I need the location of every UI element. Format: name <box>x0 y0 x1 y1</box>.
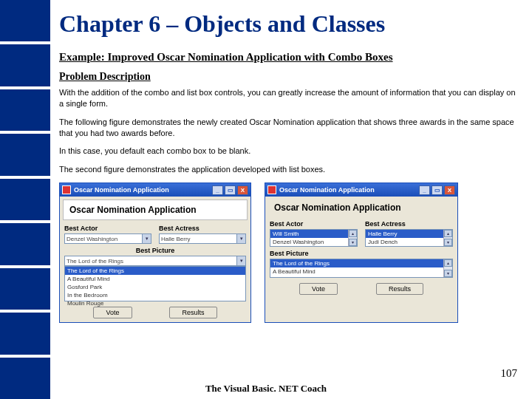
best-actor-combo[interactable]: Denzel Washington ▾ <box>64 233 151 244</box>
results-button[interactable]: Results <box>376 283 423 295</box>
chevron-down-icon: ▾ <box>142 234 151 243</box>
best-picture-dropdown-list[interactable]: The Lord of the Rings A Beautiful Mind G… <box>64 266 246 301</box>
scroll-down-icon[interactable]: ▾ <box>444 239 452 246</box>
figure-combo-window: Oscar Nomination Application _ ▭ X Oscar… <box>59 183 251 323</box>
best-picture-listbox[interactable]: The Lord of the Rings A Beautiful Mind ▴… <box>270 259 453 278</box>
list-item[interactable]: In the Bedroom <box>65 291 245 299</box>
combo-value: The Lord of the Rings <box>66 258 123 265</box>
best-actor-label: Best Actor <box>270 220 358 228</box>
best-actress-listbox[interactable]: Halle Berry Judi Dench ▴ ▾ <box>365 229 453 247</box>
app-heading: Oscar Nomination Application <box>63 200 248 220</box>
app-heading: Oscar Nomination Application <box>268 198 454 217</box>
list-item[interactable]: Gosford Park <box>65 283 245 291</box>
scroll-up-icon[interactable]: ▴ <box>444 230 452 237</box>
paragraph: The following figure demonstrates the ne… <box>59 117 517 139</box>
list-item[interactable]: A Beautiful Mind <box>270 267 452 276</box>
paragraph: In this case, you default each combo box… <box>59 146 517 157</box>
figure-row: Oscar Nomination Application _ ▭ X Oscar… <box>59 183 517 323</box>
app-icon <box>62 185 71 194</box>
section-heading: Problem Description <box>59 71 517 83</box>
minimize-button[interactable]: _ <box>212 185 223 195</box>
best-actress-combo[interactable]: Halle Berry ▾ <box>159 233 246 244</box>
vote-button[interactable]: Vote <box>299 283 338 295</box>
window-titlebar: Oscar Nomination Application _ ▭ X <box>265 183 457 197</box>
combo-value: Halle Berry <box>161 236 191 242</box>
combo-value: Denzel Washington <box>66 236 117 242</box>
paragraph: The second figure demonstrates the appli… <box>59 164 517 175</box>
list-item[interactable]: The Lord of the Rings <box>270 259 452 267</box>
list-item[interactable]: Judi Dench <box>366 238 452 246</box>
slide-content: Chapter 6 – Objects and Classes Example:… <box>59 10 517 323</box>
paragraph: With the addition of the combo and list … <box>59 87 517 109</box>
chevron-down-icon: ▾ <box>236 256 245 265</box>
app-icon <box>267 185 276 194</box>
list-item[interactable]: Will Smith <box>270 230 357 238</box>
list-item[interactable]: The Lord of the Rings <box>65 267 245 275</box>
window-title: Oscar Nomination Application <box>279 186 419 194</box>
results-button[interactable]: Results <box>169 307 216 318</box>
window-titlebar: Oscar Nomination Application _ ▭ X <box>60 183 250 197</box>
page-number: 107 <box>501 367 518 380</box>
list-item[interactable]: Moulin Rouge <box>65 299 245 307</box>
chapter-title: Chapter 6 – Objects and Classes <box>59 10 517 38</box>
close-button[interactable]: X <box>237 185 248 195</box>
scrollbar[interactable]: ▴ ▾ <box>348 230 357 246</box>
list-item[interactable]: A Beautiful Mind <box>65 275 245 283</box>
chevron-down-icon: ▾ <box>236 234 245 243</box>
best-actress-label: Best Actress <box>365 220 453 228</box>
best-actress-label: Best Actress <box>159 225 246 232</box>
scrollbar[interactable]: ▴ ▾ <box>443 259 452 277</box>
scroll-down-icon[interactable]: ▾ <box>349 239 357 246</box>
best-picture-label: Best Picture <box>270 250 453 257</box>
window-title: Oscar Nomination Application <box>74 186 212 194</box>
vote-button[interactable]: Vote <box>93 307 132 318</box>
list-item[interactable]: Denzel Washington <box>270 238 357 246</box>
best-actor-label: Best Actor <box>64 225 151 232</box>
best-picture-label: Best Picture <box>64 247 246 254</box>
scroll-up-icon[interactable]: ▴ <box>444 259 452 267</box>
slide-sidebar <box>0 0 50 399</box>
scroll-down-icon[interactable]: ▾ <box>444 270 452 277</box>
maximize-button[interactable]: ▭ <box>225 185 236 195</box>
figure-listbox-window: Oscar Nomination Application _ ▭ X Oscar… <box>265 183 458 323</box>
scroll-up-icon[interactable]: ▴ <box>349 230 357 237</box>
list-item[interactable]: Halle Berry <box>366 230 452 238</box>
close-button[interactable]: X <box>444 185 455 195</box>
best-picture-combo[interactable]: The Lord of the Rings ▾ <box>64 256 246 266</box>
minimize-button[interactable]: _ <box>419 185 430 195</box>
example-subtitle: Example: Improved Oscar Nomination Appli… <box>59 51 517 64</box>
best-actor-listbox[interactable]: Will Smith Denzel Washington ▴ ▾ <box>270 229 358 247</box>
footer-text: The Visual Basic. NET Coach <box>0 383 532 395</box>
maximize-button[interactable]: ▭ <box>432 185 443 195</box>
scrollbar[interactable]: ▴ ▾ <box>443 230 452 246</box>
